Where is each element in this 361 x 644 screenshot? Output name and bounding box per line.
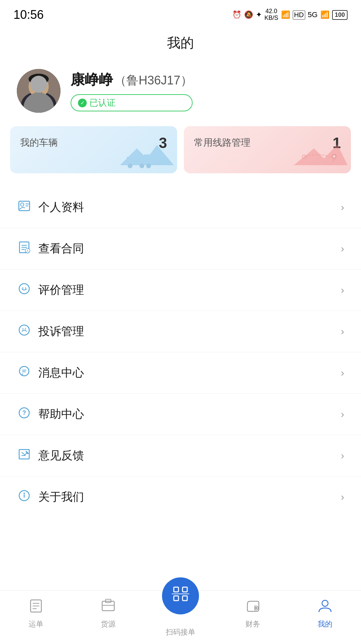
svg-rect-47	[183, 596, 187, 601]
orders-icon	[29, 599, 43, 616]
bluetooth-icon: ✦	[256, 10, 262, 19]
menu-item-review[interactable]: 评价管理 ›	[0, 270, 361, 311]
svg-point-3	[29, 74, 49, 84]
wifi-icon: 📶	[281, 10, 290, 19]
mine-label: 我的	[318, 619, 332, 629]
menu-item-feedback[interactable]: 意见反馈 ›	[0, 435, 361, 476]
message-icon	[17, 365, 32, 381]
nav-finance[interactable]: 财务	[216, 599, 289, 629]
menu-left-about: i 关于我们	[17, 489, 84, 505]
message-chevron: ›	[341, 367, 344, 379]
verified-label: 已认证	[89, 97, 116, 109]
review-chevron: ›	[341, 284, 344, 296]
nav-orders[interactable]: 运单	[0, 599, 72, 629]
profile-info: 康峥峥 （鲁H36J17） ✓ 已认证	[71, 70, 193, 111]
complaint-chevron: ›	[341, 326, 344, 337]
menu-item-message[interactable]: 消息中心 ›	[0, 352, 361, 394]
svg-point-16	[21, 203, 24, 206]
battery-icon: 100	[332, 10, 348, 20]
contract-chevron: ›	[341, 243, 344, 254]
vehicles-card[interactable]: 我的车辆 3	[10, 126, 177, 173]
svg-rect-8	[144, 154, 152, 165]
svg-point-10	[139, 164, 144, 168]
scan-icon	[172, 585, 189, 606]
menu-left-complaint: 投诉管理	[17, 324, 84, 339]
nav-cargo[interactable]: 货源	[72, 599, 145, 629]
avatar[interactable]	[17, 69, 61, 113]
menu-item-help[interactable]: ? 帮助中心 ›	[0, 394, 361, 435]
profile-section: 康峥峥 （鲁H36J17） ✓ 已认证	[0, 62, 361, 126]
page-title: 我的	[0, 27, 361, 62]
profile-plate: （鲁H36J17）	[114, 73, 192, 87]
cargo-label: 货源	[101, 619, 116, 629]
finance-label: 财务	[245, 619, 260, 629]
svg-point-25	[19, 284, 29, 294]
svg-point-14	[333, 155, 335, 157]
routes-card[interactable]: 常用线路管理 1	[184, 126, 351, 173]
help-menu-label: 帮助中心	[38, 406, 84, 422]
svg-rect-46	[174, 596, 178, 601]
contract-icon: 人	[17, 241, 32, 256]
review-menu-label: 评价管理	[38, 282, 84, 298]
scan-label: 扫码接单	[166, 627, 195, 637]
cargo-icon	[101, 599, 116, 616]
scan-button[interactable]	[162, 577, 199, 614]
profile-menu-label: 个人资料	[38, 200, 84, 215]
menu-left-contract: 人 查看合同	[17, 241, 84, 256]
menu-left-review: 评价管理	[17, 282, 84, 298]
feedback-chevron: ›	[341, 450, 344, 461]
svg-point-50	[322, 600, 328, 606]
avatar-image	[17, 69, 61, 113]
menu-left-help: ? 帮助中心	[17, 406, 84, 422]
status-bar: 10:56 ⏰ 🔕 ✦ 42.0KB/S 📶 HD 5G 📶 100	[0, 0, 361, 27]
svg-rect-45	[183, 587, 187, 592]
profile-chevron: ›	[341, 202, 344, 213]
verified-check-icon: ✓	[78, 99, 87, 107]
mine-icon	[318, 599, 332, 616]
about-icon: i	[17, 490, 32, 505]
route-decoration	[294, 142, 348, 170]
about-menu-label: 关于我们	[38, 489, 84, 505]
svg-point-11	[146, 164, 151, 168]
bottom-nav: 运单 货源 扫码接单	[0, 590, 361, 644]
menu-left-message: 消息中心	[17, 365, 84, 381]
verified-badge: ✓ 已认证	[71, 94, 193, 111]
svg-point-6	[38, 88, 40, 91]
about-chevron: ›	[341, 491, 344, 503]
complaint-menu-label: 投诉管理	[38, 324, 84, 339]
status-time: 10:56	[13, 8, 44, 22]
nav-mine[interactable]: 我的	[289, 599, 361, 629]
complaint-icon	[17, 324, 32, 339]
svg-text:?: ?	[23, 409, 26, 416]
signal-icon: 📶	[320, 10, 329, 19]
menu-item-profile[interactable]: 个人资料 ›	[0, 187, 361, 228]
truck-decoration	[120, 142, 174, 170]
5g-icon: 5G	[308, 10, 318, 19]
menu-left-feedback: 意见反馈	[17, 448, 84, 463]
svg-point-49	[255, 607, 257, 609]
help-chevron: ›	[341, 408, 344, 420]
menu-item-complaint[interactable]: 投诉管理 ›	[0, 311, 361, 352]
contract-menu-label: 查看合同	[38, 241, 84, 256]
svg-point-27	[19, 366, 29, 376]
svg-point-36	[24, 493, 25, 494]
status-icons: ⏰ 🔕 ✦ 42.0KB/S 📶 HD 5G 📶 100	[232, 8, 348, 22]
svg-point-9	[128, 164, 132, 168]
orders-label: 运单	[29, 619, 43, 629]
feedback-icon	[17, 448, 32, 463]
menu-item-about[interactable]: i 关于我们 ›	[0, 476, 361, 517]
menu-list: 个人资料 › 人 查看合同 ›	[0, 187, 361, 517]
profile-name: 康峥峥	[71, 72, 113, 87]
nav-scan[interactable]: 扫码接单	[145, 577, 217, 637]
profile-icon	[17, 200, 32, 215]
stats-row: 我的车辆 3 常用线路管理 1	[0, 126, 361, 183]
menu-left-profile: 个人资料	[17, 200, 84, 215]
mute-icon: 🔕	[244, 10, 253, 19]
help-icon: ?	[17, 407, 32, 422]
alarm-icon: ⏰	[232, 10, 241, 19]
profile-name-row: 康峥峥 （鲁H36J17）	[71, 70, 193, 89]
svg-text:人: 人	[26, 249, 29, 253]
feedback-menu-label: 意见反馈	[38, 448, 84, 463]
menu-item-contract[interactable]: 人 查看合同 ›	[0, 228, 361, 270]
data-speed: 42.0KB/S	[265, 8, 278, 22]
